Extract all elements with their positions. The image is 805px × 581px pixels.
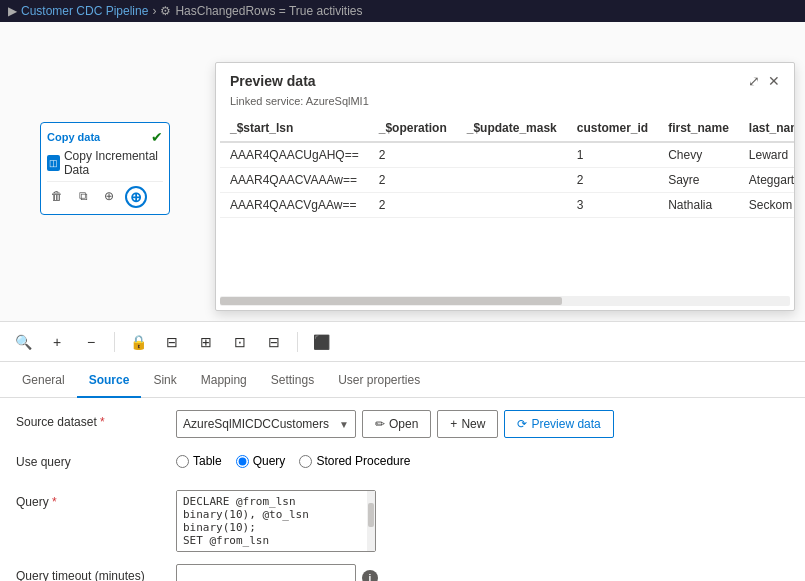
use-query-row: Use query Table Query Stored Procedure	[16, 450, 789, 478]
radio-query[interactable]: Query	[236, 454, 286, 468]
toolbar-divider-1	[114, 332, 115, 352]
add-activity-btn[interactable]: +	[44, 329, 70, 355]
query-timeout-control: i	[176, 564, 789, 581]
cell-1-1: 2	[369, 168, 457, 193]
tab-user-properties[interactable]: User properties	[326, 364, 432, 398]
breadcrumb-icon: ▶	[8, 4, 17, 18]
copy-node-title: Copy data	[47, 131, 100, 143]
preview-scrollbar-thumb	[220, 297, 562, 305]
node-copy-btn[interactable]: ⧉	[73, 186, 93, 206]
format-btn[interactable]: ⊞	[193, 329, 219, 355]
cell-0-0: AAAR4QAACUgAHQ==	[220, 142, 369, 168]
settings-panel: Source dataset * AzureSqlMICDCCustomers …	[0, 398, 805, 581]
source-dataset-control: AzureSqlMICDCCustomers ▼ ✏ Open + New ⟳ …	[176, 410, 789, 438]
query-area-wrap	[176, 490, 376, 552]
preview-modal: Preview data ⤢ ✕ Linked service: AzureSq…	[215, 62, 795, 311]
node-delete-btn[interactable]: 🗑	[47, 186, 67, 206]
preview-expand-btn[interactable]: ⤢	[748, 73, 760, 89]
query-textarea[interactable]	[177, 491, 375, 551]
cell-1-5: Ateggart	[739, 168, 794, 193]
query-row: Query *	[16, 490, 789, 552]
query-scrollbar-thumb	[368, 503, 374, 527]
query-timeout-input[interactable]	[176, 564, 356, 581]
breadcrumb-pipeline-link[interactable]: Customer CDC Pipeline	[21, 4, 148, 18]
tab-sink[interactable]: Sink	[141, 364, 188, 398]
tab-general[interactable]: General	[10, 364, 77, 398]
cell-2-3: 3	[567, 193, 658, 218]
preview-table: _$start_lsn _$operation _$update_mask cu…	[220, 115, 794, 218]
cell-2-1: 2	[369, 193, 457, 218]
cell-1-0: AAAR4QAACVAAAw==	[220, 168, 369, 193]
breadcrumb-bar: ▶ Customer CDC Pipeline › ⚙ HasChangedRo…	[0, 0, 805, 22]
timeout-info-icon[interactable]: i	[362, 570, 378, 581]
table-row: AAAR4QAACVgAAw==23NathaliaSeckomnseckom2…	[220, 193, 794, 218]
cell-2-5: Seckom	[739, 193, 794, 218]
cell-0-5: Leward	[739, 142, 794, 168]
cell-2-0: AAAR4QAACVgAAw==	[220, 193, 369, 218]
cell-1-3: 2	[567, 168, 658, 193]
table-header-row: _$start_lsn _$operation _$update_mask cu…	[220, 115, 794, 142]
preview-close-btn[interactable]: ✕	[768, 73, 780, 89]
cell-1-4: Sayre	[658, 168, 739, 193]
new-btn[interactable]: + New	[437, 410, 498, 438]
source-dataset-row: Source dataset * AzureSqlMICDCCustomers …	[16, 410, 789, 438]
open-icon: ✏	[375, 417, 385, 431]
radio-table[interactable]: Table	[176, 454, 222, 468]
select-dropdown-icon: ▼	[339, 419, 349, 430]
tab-settings[interactable]: Settings	[259, 364, 326, 398]
radio-query-label: Query	[253, 454, 286, 468]
query-timeout-row: Query timeout (minutes) i	[16, 564, 789, 581]
zoom-out-btn[interactable]: ⊡	[227, 329, 253, 355]
radio-query-input[interactable]	[236, 455, 249, 468]
copy-node[interactable]: Copy data ✔ ◫ Copy Incremental Data 🗑 ⧉ …	[40, 122, 170, 215]
preview-icon: ⟳	[517, 417, 527, 431]
query-scrollbar[interactable]	[367, 491, 375, 551]
preview-horizontal-scrollbar[interactable]	[220, 296, 790, 306]
tab-mapping[interactable]: Mapping	[189, 364, 259, 398]
col-update-mask: _$update_mask	[457, 115, 567, 142]
cell-0-4: Chevy	[658, 142, 739, 168]
required-marker: *	[100, 415, 105, 429]
col-last-name: last_name	[739, 115, 794, 142]
breadcrumb-separator: ›	[152, 4, 156, 18]
radio-table-input[interactable]	[176, 455, 189, 468]
query-required-marker: *	[52, 495, 57, 509]
use-query-control: Table Query Stored Procedure	[176, 450, 789, 468]
dataset-select[interactable]: AzureSqlMICDCCustomers	[183, 417, 335, 431]
lock-btn[interactable]: 🔒	[125, 329, 151, 355]
more-options-btn[interactable]: ⬛	[308, 329, 334, 355]
remove-activity-btn[interactable]: −	[78, 329, 104, 355]
preview-data-btn[interactable]: ⟳ Preview data	[504, 410, 613, 438]
preview-modal-title: Preview data	[230, 73, 316, 89]
fit-btn[interactable]: ⊟	[159, 329, 185, 355]
cell-0-3: 1	[567, 142, 658, 168]
cell-0-1: 2	[369, 142, 457, 168]
canvas-area: Copy data ✔ ◫ Copy Incremental Data 🗑 ⧉ …	[0, 22, 805, 322]
copy-node-label: Copy Incremental Data	[64, 149, 163, 177]
open-btn[interactable]: ✏ Open	[362, 410, 431, 438]
tab-source[interactable]: Source	[77, 364, 142, 398]
search-btn[interactable]: 🔍	[10, 329, 36, 355]
dataset-select-wrap[interactable]: AzureSqlMICDCCustomers ▼	[176, 410, 356, 438]
zoom-in-btn[interactable]: ⊟	[261, 329, 287, 355]
copy-node-check-icon: ✔	[151, 129, 163, 145]
use-query-label: Use query	[16, 450, 176, 469]
plus-icon: +	[450, 417, 457, 431]
cell-0-2	[457, 142, 567, 168]
radio-stored-procedure-input[interactable]	[299, 455, 312, 468]
query-timeout-label: Query timeout (minutes)	[16, 564, 176, 581]
cell-2-2	[457, 193, 567, 218]
preview-table-container[interactable]: _$start_lsn _$operation _$update_mask cu…	[216, 115, 794, 292]
copy-node-header: Copy data ✔	[47, 129, 163, 145]
col-start-lsn: _$start_lsn	[220, 115, 369, 142]
breadcrumb-activity: HasChangedRows = True activities	[175, 4, 362, 18]
col-customer-id: customer_id	[567, 115, 658, 142]
table-row: AAAR4QAACVAAAw==22SayreAteggartsateggart…	[220, 168, 794, 193]
col-operation: _$operation	[369, 115, 457, 142]
node-clone-btn[interactable]: ⊕	[99, 186, 119, 206]
radio-stored-procedure[interactable]: Stored Procedure	[299, 454, 410, 468]
node-add-activity-btn[interactable]: ⊕	[125, 186, 147, 208]
breadcrumb-icon2: ⚙	[160, 4, 171, 18]
source-dataset-label: Source dataset *	[16, 410, 176, 429]
copy-node-body: ◫ Copy Incremental Data	[47, 149, 163, 177]
